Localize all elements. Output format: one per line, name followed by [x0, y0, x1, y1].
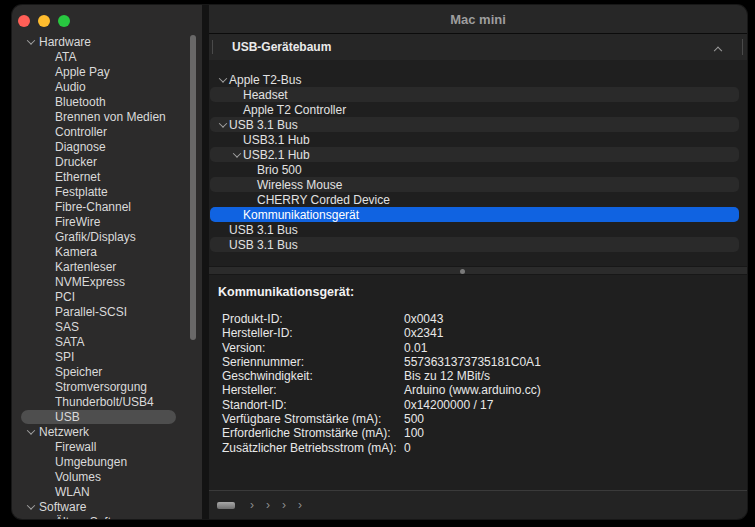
device-name: USB2.1 Hub [243, 148, 310, 162]
sidebar-item-label: Drucker [55, 155, 97, 169]
sidebar-item[interactable]: Grafik/Displays [12, 229, 202, 244]
sidebar-item[interactable]: SAS [12, 319, 202, 334]
sidebar-item-label: NVMExpress [55, 275, 125, 289]
device-tree-row[interactable]: CHERRY Corded Device [210, 192, 739, 207]
sidebar-item[interactable]: Apple Pay [12, 64, 202, 79]
sidebar-item[interactable]: Drucker [12, 154, 202, 169]
device-tree-row[interactable]: Brio 500 [210, 162, 739, 177]
sidebar-item[interactable]: Kartenleser [12, 259, 202, 274]
sidebar-item[interactable]: ATA [12, 49, 202, 64]
device-details-pane: Kommunikationsgerät: Produkt-ID: 0x0043 … [209, 275, 747, 490]
device-tree-header[interactable]: USB-Gerätebaum [209, 34, 747, 61]
device-tree-row[interactable]: USB 3.1 Bus [210, 237, 739, 252]
zoom-button[interactable] [58, 15, 70, 27]
sidebar-item[interactable]: Speicher [12, 364, 202, 379]
sidebar-item-label: Diagnose [55, 140, 106, 154]
detail-row: Version: 0.01 [222, 341, 741, 355]
breadcrumb: ›››› [242, 498, 310, 512]
sidebar-item[interactable]: Bluetooth [12, 94, 202, 109]
pane-splitter[interactable] [209, 266, 747, 275]
device-name: Kommunikationsgerät [243, 208, 359, 222]
minimize-button[interactable] [38, 15, 50, 27]
detail-value: 0x14200000 / 17 [404, 398, 493, 412]
sidebar-item-label: Kamera [55, 245, 97, 259]
sidebar-item[interactable]: Ältere Software [12, 514, 202, 519]
header-left-separator [212, 40, 213, 54]
window-title: Mac mini [450, 12, 506, 27]
sidebar-item[interactable]: Festplatte [12, 184, 202, 199]
device-name: Brio 500 [257, 163, 302, 177]
sidebar-item[interactable]: SPI [12, 349, 202, 364]
sidebar-item[interactable]: Software [12, 499, 202, 514]
device-tree-row[interactable]: USB 3.1 Bus [210, 222, 739, 237]
disclosure-chevron-icon[interactable] [232, 152, 242, 158]
sidebar-item[interactable]: FireWire [12, 214, 202, 229]
detail-row: Hersteller: Arduino (www.arduino.cc) [222, 383, 741, 397]
sidebar-item[interactable]: Firewall [12, 439, 202, 454]
sidebar-item-label: ATA [55, 50, 77, 64]
device-name: Apple T2 Controller [243, 103, 346, 117]
sidebar-item[interactable]: Thunderbolt/USB4 [12, 394, 202, 409]
disclosure-chevron-icon[interactable] [26, 429, 36, 435]
device-tree-row[interactable]: USB3.1 Hub [210, 132, 739, 147]
device-tree-row[interactable]: Kommunikationsgerät [210, 207, 739, 222]
sidebar-item-label: Stromversorgung [55, 380, 147, 394]
disclosure-chevron-icon[interactable] [218, 122, 228, 128]
traffic-lights [18, 15, 70, 27]
sidebar-item[interactable]: Controller [12, 124, 202, 139]
sidebar-scrollbar-thumb[interactable] [190, 35, 196, 340]
device-tree-row[interactable]: Apple T2 Controller [210, 102, 739, 117]
device-tree-row[interactable]: Headset [210, 87, 739, 102]
sidebar-item[interactable]: Ethernet [12, 169, 202, 184]
sidebar-item[interactable]: Diagnose [12, 139, 202, 154]
sidebar-item[interactable]: Stromversorgung [12, 379, 202, 394]
sidebar-item[interactable]: Audio [12, 79, 202, 94]
close-button[interactable] [18, 15, 30, 27]
sidebar-item[interactable]: Fibre-Channel [12, 199, 202, 214]
sidebar-item-label: Fibre-Channel [55, 200, 131, 214]
detail-value: Bis zu 12 MBit/s [404, 369, 490, 383]
sidebar-item[interactable]: Volumes [12, 469, 202, 484]
sidebar-item-label: SPI [55, 350, 74, 364]
sidebar-item[interactable]: Brennen von Medien [12, 109, 202, 124]
sidebar-item[interactable]: Parallel-SCSI [12, 304, 202, 319]
breadcrumb-separator: › [298, 498, 302, 512]
disclosure-chevron-icon[interactable] [218, 77, 228, 83]
titlebar[interactable]: Mac mini [209, 5, 747, 34]
disclosure-chevron-icon[interactable] [26, 504, 36, 510]
main-pane: Mac mini USB-Gerätebaum Apple T2-Bus Hea… [209, 5, 747, 519]
detail-value: 100 [404, 426, 424, 440]
device-name: Headset [243, 88, 288, 102]
sidebar-divider [202, 5, 209, 519]
device-tree-row[interactable]: Apple T2-Bus [210, 72, 739, 87]
sidebar-item-label: Kartenleser [55, 260, 116, 274]
sidebar-item[interactable]: Netzwerk [12, 424, 202, 439]
sidebar-item[interactable]: SATA [12, 334, 202, 349]
sidebar-item[interactable]: Kamera [12, 244, 202, 259]
detail-label: Hersteller: [222, 383, 404, 397]
sidebar-item[interactable]: Hardware [12, 34, 202, 49]
sidebar-item-label: Volumes [55, 470, 101, 484]
sidebar-item[interactable]: WLAN [12, 484, 202, 499]
sidebar-item-label: Firewall [55, 440, 96, 454]
sidebar-item[interactable]: PCI [12, 289, 202, 304]
sidebar-item-label: Software [39, 500, 86, 514]
detail-row: Erforderliche Stromstärke (mA): 100 [222, 426, 741, 440]
device-tree-row[interactable]: Wireless Mouse [210, 177, 739, 192]
sidebar-item-label: Bluetooth [55, 95, 106, 109]
device-tree-row[interactable]: USB 3.1 Bus [210, 117, 739, 132]
detail-row: Verfügbare Stromstärke (mA): 500 [222, 412, 741, 426]
disclosure-chevron-icon[interactable] [26, 39, 36, 45]
sidebar-item-label: SATA [55, 335, 85, 349]
breadcrumb-separator: › [250, 498, 254, 512]
chevron-up-icon[interactable] [715, 45, 725, 53]
sidebar-item[interactable]: USB [12, 409, 202, 424]
detail-label: Geschwindigkeit: [222, 369, 404, 383]
device-tree-row[interactable]: USB2.1 Hub [210, 147, 739, 162]
detail-row: Hersteller-ID: 0x2341 [222, 326, 741, 340]
sidebar-item[interactable]: NVMExpress [12, 274, 202, 289]
splitter-grip-icon[interactable] [460, 269, 465, 274]
detail-row: Seriennummer: 5573631373735181C0A1 [222, 355, 741, 369]
sidebar-item[interactable]: Umgebungen [12, 454, 202, 469]
sidebar-item-label: WLAN [55, 485, 90, 499]
